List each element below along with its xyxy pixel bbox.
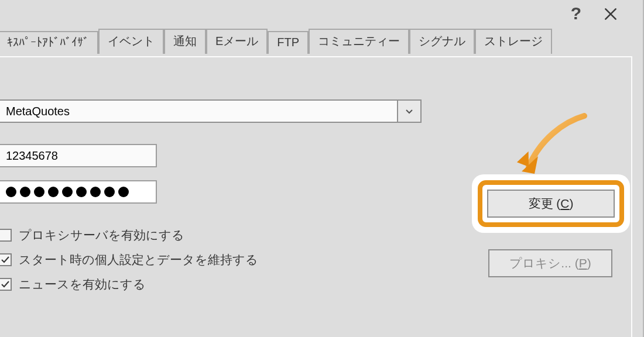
change-button-label-suffix: ) <box>570 197 574 211</box>
tab-notifications[interactable]: 通知 <box>164 29 206 54</box>
change-button[interactable]: 変更 (C) <box>487 190 615 218</box>
server-field-row <box>0 99 612 123</box>
close-icon[interactable] <box>594 2 626 26</box>
tab-strip: ｷｽﾊﾟｰﾄｱﾄﾞﾊﾞｲｻﾞ イベント 通知 Eメール FTP コミュニティー … <box>0 28 526 54</box>
check-icon <box>1 255 10 264</box>
change-button-highlight: 変更 (C) <box>472 174 630 233</box>
server-dropdown-button[interactable] <box>397 99 422 123</box>
password-input[interactable] <box>0 180 157 204</box>
change-button-label-prefix: 変更 ( <box>529 195 561 212</box>
tab-signals[interactable]: シグナル <box>409 29 475 54</box>
checkbox-keep-personal-label: スタート時の個人設定とデータを維持する <box>19 252 258 268</box>
checkbox-news-enable[interactable] <box>0 278 12 291</box>
tab-storage[interactable]: ストレージ <box>475 29 552 54</box>
checkbox-news-enable-row: ニュースを有効にする <box>0 276 612 293</box>
tab-expert-advisor[interactable]: ｷｽﾊﾟｰﾄｱﾄﾞﾊﾞｲｻﾞ <box>0 31 98 54</box>
tab-ftp[interactable]: FTP <box>268 31 309 54</box>
login-input[interactable] <box>0 144 157 167</box>
tab-email[interactable]: Eメール <box>206 29 268 54</box>
chevron-down-icon <box>405 106 414 116</box>
change-button-hotkey: C <box>560 197 569 211</box>
titlebar: ? <box>0 0 643 28</box>
login-field-row <box>0 144 612 167</box>
server-input[interactable] <box>0 99 397 123</box>
checkbox-proxy-enable-label: プロキシサーバを有効にする <box>19 227 184 243</box>
proxy-button-label-prefix: プロキシ... ( <box>509 255 578 271</box>
checkbox-proxy-enable[interactable] <box>0 229 12 242</box>
proxy-button: プロキシ... (P) <box>488 249 612 277</box>
dialog-frame: ? ｷｽﾊﾟｰﾄｱﾄﾞﾊﾞｲｻﾞ イベント 通知 Eメール FTP コミュニティ… <box>0 0 644 337</box>
tab-events[interactable]: イベント <box>98 29 164 54</box>
proxy-button-hotkey: P <box>579 256 587 270</box>
check-icon <box>1 280 10 289</box>
checkbox-news-enable-label: ニュースを有効にする <box>19 276 146 293</box>
proxy-button-label-suffix: ) <box>587 256 591 270</box>
help-icon[interactable]: ? <box>571 4 581 23</box>
checkbox-keep-personal[interactable] <box>0 253 12 266</box>
tab-community[interactable]: コミュニティー <box>309 29 409 54</box>
